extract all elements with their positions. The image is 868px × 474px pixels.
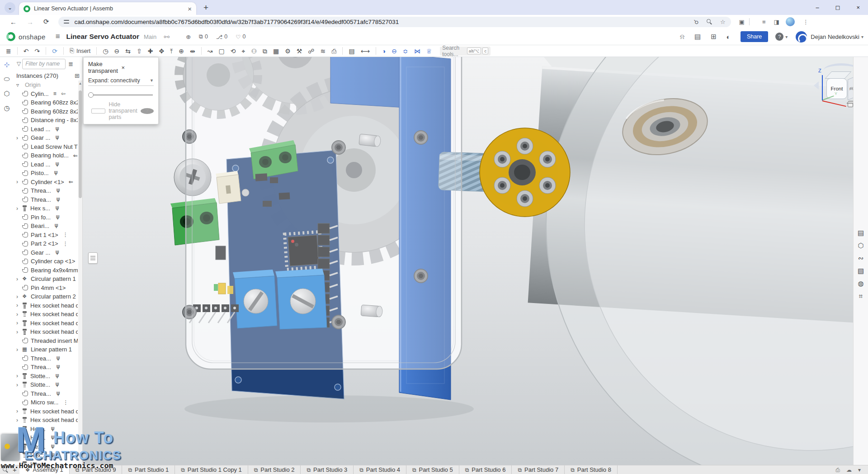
- mate-connector-icon[interactable]: ⇧: [137, 48, 142, 54]
- onshape-logo-text[interactable]: onshape: [19, 33, 46, 41]
- bookmark-star-icon[interactable]: ☆: [720, 19, 726, 25]
- expand-caret-icon[interactable]: ›: [16, 408, 22, 414]
- tree-item[interactable]: Pin 4mm <1>: [14, 284, 78, 293]
- branch-label[interactable]: Main: [144, 33, 156, 40]
- viewcube-front-face[interactable]: Front: [826, 78, 847, 99]
- dialog-close-icon[interactable]: ×: [122, 64, 155, 71]
- document-tab-part-studio-6[interactable]: ⧉Part Studio 6: [459, 465, 512, 474]
- select-part-icon[interactable]: ⌖: [241, 48, 245, 54]
- document-tab-part-studio-8[interactable]: ⧉Part Studio 8: [565, 465, 618, 474]
- box-select-icon[interactable]: ▢: [219, 48, 225, 54]
- appearance-icon[interactable]: ♕: [426, 48, 432, 54]
- help-caret-icon[interactable]: ▾: [785, 34, 788, 39]
- limits-icon[interactable]: ⇹: [190, 48, 195, 54]
- tree-item[interactable]: Pin fo...⋔: [14, 213, 78, 222]
- onshape-logo-icon[interactable]: [6, 32, 15, 41]
- parts-list-icon[interactable]: ⬡: [858, 242, 863, 250]
- tree-item[interactable]: ›Hex socket head ca...: [14, 327, 78, 337]
- snap-icon[interactable]: ↝: [208, 48, 213, 54]
- tree-item[interactable]: ›Hex socket head ca...: [14, 319, 78, 328]
- browser-tab[interactable]: Linear Servo Actuator | Assemb ×: [19, 2, 196, 15]
- slider-knob[interactable]: [88, 92, 94, 98]
- new-tab-button[interactable]: +: [203, 3, 208, 13]
- tree-item[interactable]: Hex...: [14, 460, 78, 465]
- side-panel-icon[interactable]: ◨: [774, 19, 779, 25]
- assistant-icon[interactable]: ◐: [726, 33, 731, 41]
- tree-item[interactable]: ›Hex s...⋔: [14, 204, 78, 213]
- browser-profile-avatar[interactable]: [786, 17, 795, 26]
- search-tools-box[interactable]: Search tools... alt/⌥ c: [440, 47, 491, 56]
- view-cube[interactable]: Front Right Z X Y ✕: [814, 63, 853, 115]
- export-drawing-icon[interactable]: ⎙: [331, 48, 336, 54]
- back-button[interactable]: ←: [10, 18, 17, 26]
- tree-item[interactable]: ›❖Circular pattern 2: [14, 292, 78, 301]
- expand-caret-icon[interactable]: ›: [16, 179, 22, 185]
- versions-count-icon[interactable]: ⎇: [216, 33, 222, 40]
- likes-count-icon[interactable]: ♡: [236, 33, 241, 40]
- undo-icon[interactable]: ↶: [24, 48, 29, 54]
- rotate-mate-icon[interactable]: ⇆: [125, 48, 131, 54]
- expand-caret-icon[interactable]: ›: [16, 347, 22, 352]
- reading-list-icon[interactable]: ≡: [762, 19, 766, 25]
- user-name[interactable]: Dejan Nedelkovski: [811, 33, 859, 40]
- minimize-button[interactable]: –: [816, 4, 819, 11]
- raise-icon[interactable]: ⤒: [170, 48, 173, 54]
- redo-icon[interactable]: ↷: [34, 48, 40, 54]
- link-icon[interactable]: ⧟: [164, 33, 170, 40]
- key-icon[interactable]: ⚲: [694, 19, 698, 25]
- menu-dots-icon[interactable]: ⋮: [803, 19, 809, 25]
- tree-item[interactable]: Cylinder cap <1>: [14, 257, 78, 266]
- document-menu-icon[interactable]: ≡: [56, 32, 60, 41]
- expand-caret-icon[interactable]: ›: [16, 417, 22, 423]
- expand-caret-icon[interactable]: ›: [16, 135, 22, 141]
- list-view-icon[interactable]: ≣: [68, 61, 73, 67]
- rotate-view-icon[interactable]: ⟲: [231, 48, 236, 54]
- scrollbar-thumb[interactable]: [79, 90, 82, 198]
- section-view-icon[interactable]: ◑: [382, 48, 386, 54]
- pattern-icon[interactable]: ▦: [273, 48, 279, 54]
- filter-input[interactable]: [22, 59, 66, 69]
- tree-item[interactable]: Beari...⋔: [14, 222, 78, 231]
- insert-instance-icon[interactable]: ⊞: [75, 72, 80, 79]
- tree-item[interactable]: Threa...⋔: [14, 195, 78, 204]
- scrollbar-up-icon[interactable]: ▲: [78, 81, 82, 85]
- tree-item[interactable]: Part 2 <1>⋮: [14, 239, 78, 248]
- flange-coupling[interactable]: [480, 128, 570, 217]
- panel-scrollbar[interactable]: ▲: [78, 81, 82, 465]
- mate-connector-tool-icon[interactable]: ⊹: [4, 61, 10, 69]
- transparency-slider[interactable]: [89, 92, 153, 98]
- tree-item[interactable]: Distance ring - 8x3...: [14, 116, 78, 125]
- apps-grid-icon[interactable]: ⊞: [711, 33, 717, 41]
- expand-dropdown[interactable]: Expand: connectivity ▼: [88, 77, 154, 86]
- interference-icon[interactable]: ⋈: [414, 48, 420, 54]
- expand-caret-icon[interactable]: ›: [16, 320, 22, 326]
- document-tab-part-studio-7[interactable]: ⧉Part Studio 7: [512, 465, 565, 474]
- expand-caret-icon[interactable]: ›: [16, 294, 22, 299]
- move-icon[interactable]: ✚: [148, 48, 153, 54]
- url-text[interactable]: cad.onshape.com/documents/a8fbb0c7675d6b…: [75, 19, 686, 25]
- tree-item[interactable]: Threa...⋔: [14, 354, 78, 363]
- copies-count[interactable]: ⧉0: [199, 33, 208, 40]
- history-icon[interactable]: ◷: [103, 48, 108, 54]
- tree-item[interactable]: Threa...⋔: [14, 186, 78, 195]
- comments-icon[interactable]: ⬭: [4, 75, 10, 83]
- instances-panel-toggle[interactable]: ≣: [6, 48, 11, 54]
- tree-item[interactable]: Hex...⋔: [14, 425, 78, 434]
- document-tab-part-studio-4[interactable]: ⧉Part Studio 4: [354, 465, 406, 474]
- refresh-button[interactable]: ⟳: [43, 18, 49, 26]
- mate-icon[interactable]: ⊖: [114, 48, 119, 54]
- zoom-tabs-icon[interactable]: [3, 467, 8, 473]
- expand-caret-icon[interactable]: ›: [16, 382, 22, 388]
- graphics-area[interactable]: Front Right Z X Y ✕ ▾: [83, 57, 853, 465]
- tree-item[interactable]: Part 1 <1>⋮: [14, 231, 78, 240]
- slider-track[interactable]: [89, 95, 153, 95]
- cloud-status-icon[interactable]: ☁: [846, 467, 852, 473]
- expand-caret-icon[interactable]: ›: [16, 329, 22, 335]
- corner-caret-icon[interactable]: ▾: [858, 467, 861, 473]
- duplicate-icon[interactable]: ⧉: [263, 48, 267, 54]
- tree-item[interactable]: Cylin...≡⇦: [14, 90, 78, 99]
- insert-button[interactable]: ⎘Insert: [70, 47, 90, 54]
- appearance-panel-icon[interactable]: ◍: [858, 280, 863, 288]
- user-caret-icon[interactable]: ▾: [861, 34, 863, 39]
- linkage-icon[interactable]: ☍: [308, 48, 314, 54]
